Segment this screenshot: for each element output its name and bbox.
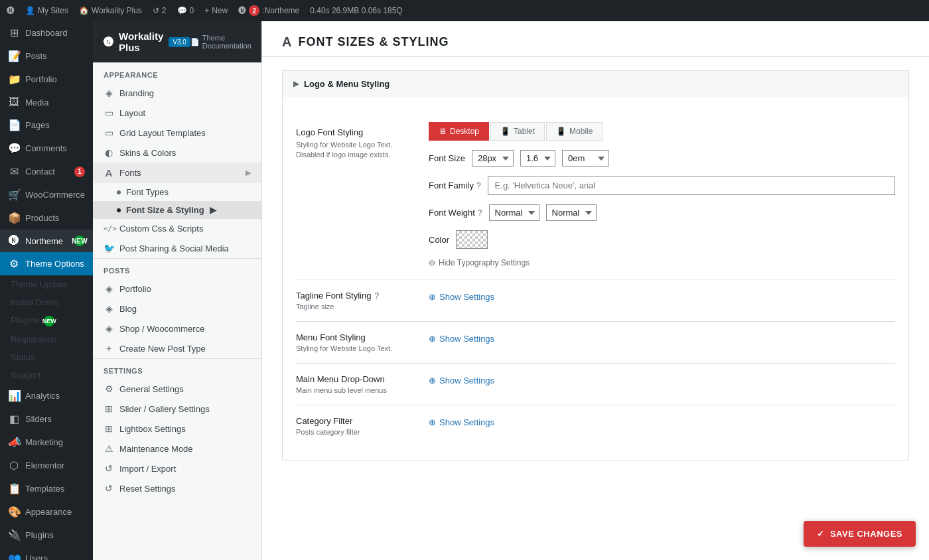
font-size-label: Font Size xyxy=(429,153,465,163)
reset-settings-item[interactable]: ↺ Reset Settings xyxy=(93,478,261,498)
workality-plus-link[interactable]: 🏠 Workality Plus xyxy=(79,6,142,15)
sidebar-item-northeme[interactable]: 🅝 Northeme NEW xyxy=(0,230,93,252)
plugins-item[interactable]: Plugins NEW xyxy=(0,311,93,330)
portfolio-icon: 📁 xyxy=(8,73,20,86)
font-size-dot xyxy=(117,208,121,212)
tagline-row: Tagline Font Styling ? Tagline size ⊕ Sh… xyxy=(296,280,895,322)
sidebar-item-portfolio[interactable]: 📁 Portfolio xyxy=(0,68,93,91)
main-menu-show-btn[interactable]: ⊕ Show Settings xyxy=(429,374,494,385)
logo-menu-header[interactable]: ▶ Logo & Menu Styling xyxy=(283,71,908,97)
tablet-tab[interactable]: 📱 Tablet xyxy=(490,122,545,141)
sidebar-item-comments[interactable]: 💬 Comments xyxy=(0,137,93,160)
font-types-item[interactable]: Font Types xyxy=(93,183,261,201)
mobile-tab[interactable]: 📱 Mobile xyxy=(546,122,603,141)
sidebar-item-media[interactable]: 🖼 Media xyxy=(0,91,93,113)
sidebar-item-contact[interactable]: ✉ Contact 1 xyxy=(0,160,93,183)
my-sites-link[interactable]: 👤 My Sites xyxy=(25,6,68,15)
logo-font-desc2: Disabled if logo image exists. xyxy=(296,150,415,160)
install-demo-item[interactable]: Install Demo xyxy=(0,293,93,311)
admin-bar: 🅦 👤 My Sites 🏠 Workality Plus ↺ 2 💬 0 + … xyxy=(0,0,929,21)
fonts-item[interactable]: A Fonts ▶ xyxy=(93,163,261,183)
status-item[interactable]: Status xyxy=(0,348,93,366)
theme-doc-link[interactable]: 📄 Theme Documentation xyxy=(190,34,251,50)
hide-typography-btn[interactable]: ⊖ Hide Typography Settings xyxy=(429,258,895,267)
custom-css-item[interactable]: </> Custom Css & Scripts xyxy=(93,219,261,238)
menu-show-btn[interactable]: ⊕ Show Settings xyxy=(429,332,494,344)
main-content: A Font Sizes & Styling ▶ Logo & Menu Sty… xyxy=(262,21,929,560)
shop-item[interactable]: ◈ Shop / Woocommerce xyxy=(93,318,261,338)
sidebar-item-users[interactable]: 👥 Users xyxy=(0,547,93,560)
users-icon: 👥 xyxy=(8,552,20,560)
theme-update-item[interactable]: Theme Update xyxy=(0,275,93,293)
menu-font-row: Menu Font Styling Styling for Website Lo… xyxy=(296,322,895,364)
sidebar-item-analytics[interactable]: 📊 Analytics xyxy=(0,384,93,407)
products-icon: 📦 xyxy=(8,212,20,224)
support-item[interactable]: Support xyxy=(0,366,93,384)
font-weight-help-icon[interactable]: ? xyxy=(478,208,482,218)
post-sharing-item[interactable]: 🐦 Post Sharing & Social Media xyxy=(93,238,261,258)
branding-item[interactable]: ◈ Branding xyxy=(93,83,261,103)
marketing-icon: 📣 xyxy=(8,436,20,449)
font-size-styling-item[interactable]: Font Size & Styling ▶ xyxy=(93,201,261,219)
sidebar-item-dashboard[interactable]: ⊞ Dashboard xyxy=(0,21,93,44)
grid-layout-item[interactable]: ▭ Grid Layout Templates xyxy=(93,123,261,143)
font-weight-select-2[interactable]: Normal Bold 100 200 300 400 500 600 700 xyxy=(546,204,597,221)
sidebar-item-sliders[interactable]: ◧ Sliders xyxy=(0,407,93,431)
main-menu-title: Main Menu Drop-Down xyxy=(296,374,415,384)
fonts-chevron: ▶ xyxy=(246,169,251,177)
category-show-btn[interactable]: ⊕ Show Settings xyxy=(429,416,494,427)
doc-icon: 📄 xyxy=(190,38,200,46)
updates-link[interactable]: ↺ 2 xyxy=(153,6,167,15)
shop-icon: ◈ xyxy=(104,323,114,334)
plus-circle-icon-category: ⊕ xyxy=(429,417,436,427)
layout-item[interactable]: ▭ Layout xyxy=(93,103,261,123)
tagline-show-btn[interactable]: ⊕ Show Settings xyxy=(429,291,494,302)
plus-circle-icon-tagline: ⊕ xyxy=(429,292,436,302)
comments-link[interactable]: 💬 0 xyxy=(177,6,194,15)
sidebar-item-appearance[interactable]: 🎨 Appearance xyxy=(0,500,93,524)
font-weight-select-1[interactable]: Normal Bold 100 200 300 400 500 600 700 xyxy=(489,204,539,221)
line-height-select[interactable]: 1.6 1.4 1.8 2.0 xyxy=(520,150,555,167)
color-picker[interactable] xyxy=(456,230,488,249)
wp-logo[interactable]: 🅦 xyxy=(7,6,15,15)
tagline-help-icon[interactable]: ? xyxy=(374,291,379,301)
create-post-type-item[interactable]: + Create New Post Type xyxy=(93,338,261,358)
portfolio-post-item[interactable]: ◈ Portfolio xyxy=(93,279,261,299)
sidebar-item-plugins[interactable]: 🔌 Plugins xyxy=(0,524,93,547)
skins-colors-item[interactable]: ◐ Skins & Colors xyxy=(93,143,261,163)
sidebar-item-theme-options[interactable]: ⚙ Theme Options xyxy=(0,252,93,275)
sidebar-item-pages[interactable]: 📄 Pages xyxy=(0,113,93,137)
save-changes-button[interactable]: ✓ SAVE CHANGES xyxy=(804,521,916,547)
main-menu-label-col: Main Menu Drop-Down Main menu sub level … xyxy=(296,374,415,394)
save-btn-container: ✓ SAVE CHANGES xyxy=(804,521,916,547)
sidebar-item-elementor[interactable]: ⬡ Elementor xyxy=(0,454,93,477)
desktop-tab[interactable]: 🖥 Desktop xyxy=(429,122,489,141)
maintenance-item[interactable]: ⚠ Maintenance Mode xyxy=(93,439,261,458)
sidebar-item-templates[interactable]: 📋 Templates xyxy=(0,477,93,500)
letter-spacing-select[interactable]: 0em 0.1em 0.2em xyxy=(562,150,609,167)
sidebar-item-products[interactable]: 📦 Products xyxy=(0,206,93,230)
blog-item[interactable]: ◈ Blog xyxy=(93,299,261,318)
sidebar-item-woocommerce[interactable]: 🛒 WooCommerce xyxy=(0,183,93,206)
font-types-dot xyxy=(117,190,121,194)
northeme-link[interactable]: 🅝 2 :Northeme xyxy=(238,5,299,16)
font-family-help-icon[interactable]: ? xyxy=(476,181,481,190)
import-export-item[interactable]: ↺ Import / Export xyxy=(93,458,261,478)
general-settings-item[interactable]: ⚙ General Settings xyxy=(93,379,261,399)
sidebar-item-posts[interactable]: 📝 Posts xyxy=(0,44,93,68)
registration-item[interactable]: Registration xyxy=(0,330,93,348)
sidebar-item-marketing[interactable]: 📣 Marketing xyxy=(0,431,93,454)
new-link[interactable]: + New xyxy=(204,6,228,15)
plus-circle-icon-main-menu: ⊕ xyxy=(429,376,436,385)
page-title: Font Sizes & Styling xyxy=(298,35,449,49)
lightbox-item[interactable]: ⊞ Lightbox Settings xyxy=(93,419,261,439)
theme-logo-icon: 🅝 xyxy=(104,36,113,48)
main-menu-desc: Main menu sub level menus xyxy=(296,386,415,394)
category-filter-title: Category Filter xyxy=(296,416,415,426)
lightbox-icon: ⊞ xyxy=(104,423,114,434)
font-family-input[interactable] xyxy=(488,176,895,195)
font-size-select[interactable]: 28px 24px 32px 36px 20px xyxy=(472,150,514,167)
logo-font-desc1: Styling for Website Logo Text. xyxy=(296,140,415,150)
sliders-icon: ◧ xyxy=(8,413,20,425)
slider-gallery-item[interactable]: ⊞ Slider / Gallery Settings xyxy=(93,399,261,419)
